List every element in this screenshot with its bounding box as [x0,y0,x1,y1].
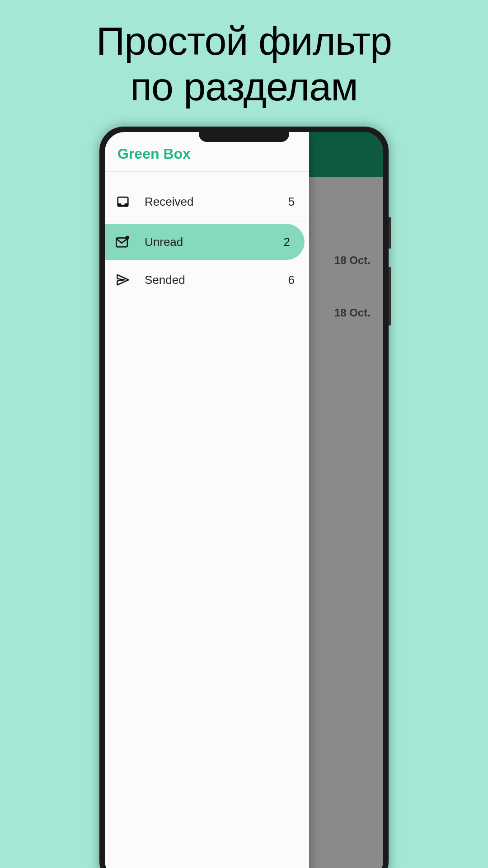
phone-screen-bezel: 18 Oct. 18 Oct. Green Box [105,132,383,868]
nav-count: 2 [284,235,290,249]
phone-side-button [389,267,391,326]
inbox-icon [116,194,130,209]
promo-title-line1: Простой фильтр [96,19,392,63]
nav-label: Received [145,195,288,209]
nav-item-unread[interactable]: Unread 2 [105,224,305,260]
nav-count: 6 [288,273,295,287]
promo-title-line2: по разделам [130,64,358,109]
message-date: 18 Oct. [334,254,371,267]
phone-frame: 18 Oct. 18 Oct. Green Box [99,127,389,868]
nav-count: 5 [288,195,295,209]
divider [105,222,309,222]
promo-title: Простой фильтр по разделам [0,18,488,109]
mail-unread-icon [116,235,130,249]
message-date: 18 Oct. [334,307,371,319]
nav-label: Unread [145,235,284,249]
app-title: Green Box [117,146,296,162]
phone-notch [199,132,289,142]
drawer-body: Received 5 Unread 2 [105,172,309,300]
phone-side-button [389,217,391,249]
navigation-drawer: Green Box Received 5 [105,132,309,868]
nav-item-received[interactable]: Received 5 [105,184,309,220]
nav-item-sended[interactable]: Sended 6 [105,262,309,298]
send-icon [116,273,130,287]
app-screen: 18 Oct. 18 Oct. Green Box [105,132,383,868]
nav-label: Sended [145,273,288,287]
svg-point-2 [126,236,130,240]
